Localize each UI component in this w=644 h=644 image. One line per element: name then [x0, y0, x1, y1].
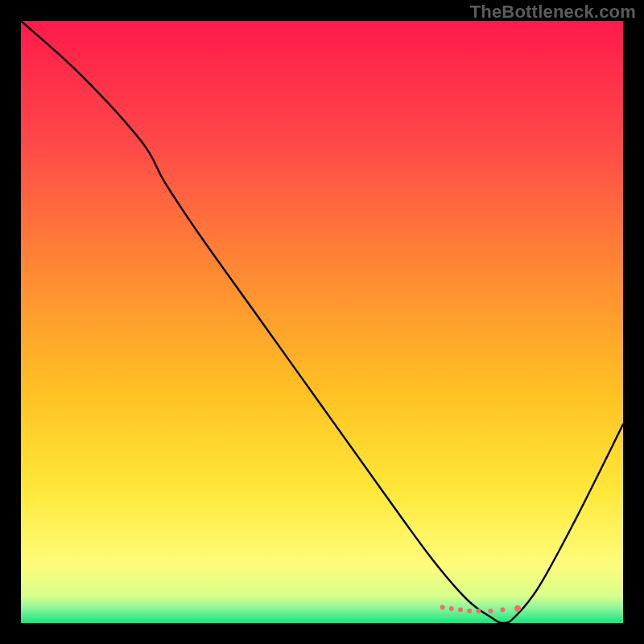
watermark-text: TheBottleneck.com [470, 2, 636, 23]
data-dot [500, 608, 505, 613]
chart-svg [21, 21, 623, 623]
gradient-background [21, 21, 623, 623]
chart-frame: TheBottleneck.com [0, 0, 644, 644]
data-dot [514, 605, 521, 612]
data-dot [476, 609, 481, 613]
data-dot [440, 605, 445, 610]
data-dot [488, 609, 493, 613]
data-dot [458, 608, 463, 613]
data-dot [449, 606, 454, 611]
data-dot [467, 609, 472, 613]
plot-area [21, 21, 623, 623]
